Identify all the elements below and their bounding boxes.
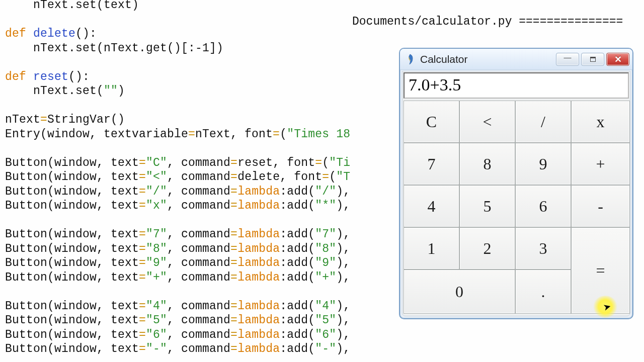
btn-7[interactable]: 7 [404,143,459,185]
btn-4[interactable]: 4 [404,185,459,227]
calculator-client: 7.0+3.5 C < / x 7 8 9 + 4 5 6 - 1 2 [402,71,630,316]
calculator-window: Calculator — ✕ 7.0+3.5 C < / x 7 8 9 + [399,48,633,319]
btn-plus[interactable]: + [571,143,630,185]
btn-5[interactable]: 5 [459,185,515,227]
btn-2[interactable]: 2 [459,227,515,269]
button-grid: C < / x 7 8 9 + 4 5 6 - 1 2 3 = [404,101,629,315]
minimize-button[interactable]: — [556,53,579,66]
btn-dot[interactable]: . [515,269,571,314]
maximize-button[interactable] [581,53,604,66]
btn-back[interactable]: < [459,101,515,143]
shell-output-line: Documents/calculator.py =============== [352,15,623,28]
window-title: Calculator [420,53,556,65]
close-icon: ✕ [614,54,622,65]
app-icon [405,53,415,66]
btn-1[interactable]: 1 [404,227,459,269]
btn-divide[interactable]: / [515,101,571,143]
btn-multiply[interactable]: x [571,101,630,143]
btn-0[interactable]: 0 [404,269,515,314]
maximize-icon [590,57,596,62]
titlebar[interactable]: Calculator — ✕ [400,49,632,70]
btn-equals[interactable]: = [571,227,630,314]
minimize-icon: — [564,53,572,61]
btn-minus[interactable]: - [571,185,630,227]
btn-6[interactable]: 6 [515,185,571,227]
btn-clear[interactable]: C [404,101,459,143]
btn-3[interactable]: 3 [515,227,571,269]
btn-8[interactable]: 8 [459,143,515,185]
btn-9[interactable]: 9 [515,143,571,185]
close-button[interactable]: ✕ [606,53,629,66]
display-field[interactable]: 7.0+3.5 [404,72,629,99]
code-editor[interactable]: nText.set(text) def delete(): nText.set(… [5,0,362,356]
